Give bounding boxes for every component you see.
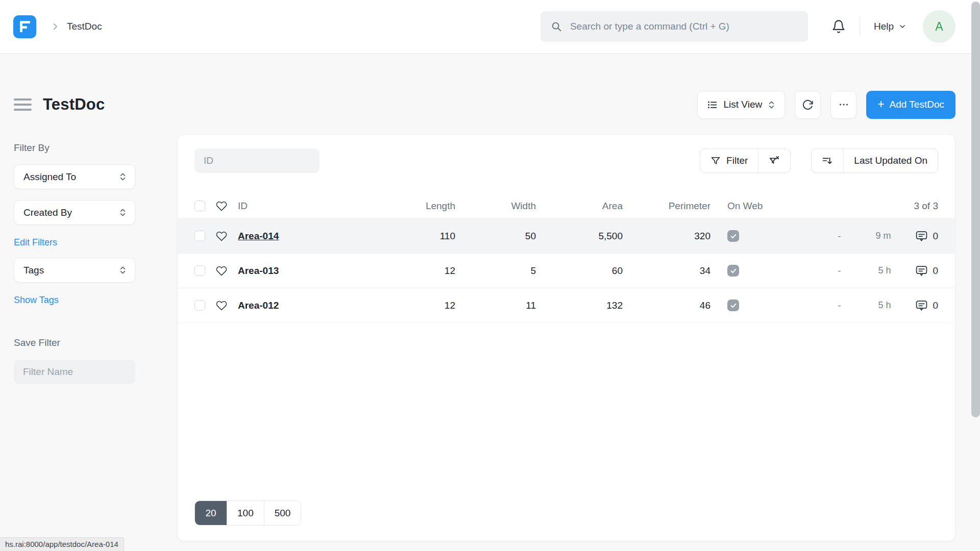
sidebar-toggle-icon[interactable] [14, 95, 32, 114]
page-size-20[interactable]: 20 [195, 501, 227, 525]
cell-on-web [710, 299, 783, 311]
column-header-on-web[interactable]: On Web [710, 201, 783, 212]
list-view-card: Filter Last Updated On [177, 134, 955, 541]
add-testdoc-button[interactable]: + Add TestDoc [866, 91, 955, 119]
cell-assignment: - [831, 231, 847, 242]
chevrons-up-down-icon [119, 208, 127, 217]
show-tags-link[interactable]: Show Tags [14, 295, 59, 306]
select-all-checkbox[interactable] [194, 201, 205, 211]
sort-field-label: Last Updated On [854, 155, 927, 166]
refresh-button[interactable] [795, 91, 821, 119]
cell-area: 60 [536, 265, 623, 277]
help-label: Help [874, 21, 894, 32]
assigned-to-label: Assigned To [23, 171, 76, 183]
cell-perimeter: 34 [623, 265, 710, 277]
comment-icon [915, 299, 928, 312]
search-input[interactable] [570, 21, 798, 32]
cell-width: 50 [455, 231, 536, 242]
app-logo[interactable] [13, 15, 36, 38]
result-count: 3 of 3 [783, 201, 938, 212]
refresh-icon [802, 99, 814, 111]
filter-name-input[interactable] [14, 360, 135, 384]
status-bar-url: hs.rai:8000/app/testdoc/Area-014 [0, 537, 124, 551]
view-switcher-label: List View [723, 99, 762, 110]
chevrons-up-down-icon [119, 266, 127, 274]
cell-perimeter: 320 [623, 231, 710, 242]
cell-assignment: - [831, 265, 847, 277]
more-actions-button[interactable] [830, 91, 856, 119]
table-row[interactable]: Area-0131256034-5 h0 [178, 254, 955, 288]
breadcrumb[interactable]: TestDoc [67, 21, 102, 32]
tags-dropdown[interactable]: Tags [14, 258, 135, 283]
table-row[interactable]: Area-012121113246-5 h0 [178, 288, 955, 323]
edit-filters-link[interactable]: Edit Filters [14, 237, 57, 248]
column-header-length[interactable]: Length [375, 201, 455, 212]
notifications-bell-icon[interactable] [831, 19, 846, 34]
filter-button-group: Filter [700, 148, 791, 173]
chevron-down-icon [898, 22, 906, 31]
filter-button-label: Filter [726, 155, 748, 166]
cell-assignment: - [831, 300, 847, 311]
column-header-area[interactable]: Area [536, 201, 623, 212]
clear-filters-button[interactable] [758, 149, 790, 172]
cell-modified: 5 h [859, 265, 891, 276]
filter-sidebar: Filter By Assigned To Created By Edit Fi… [14, 134, 177, 384]
comment-icon [915, 230, 928, 242]
table-row[interactable]: Area-014110505,500320-9 m0 [178, 219, 955, 254]
comment-count[interactable]: 0 [915, 299, 938, 312]
sort-descending-icon [822, 155, 833, 166]
global-search[interactable] [541, 11, 808, 42]
cell-on-web [710, 230, 783, 242]
row-id-link[interactable]: Area-012 [238, 300, 375, 311]
page-size-100[interactable]: 100 [227, 501, 264, 525]
plus-icon: + [877, 98, 884, 110]
cell-modified: 9 m [859, 231, 891, 241]
user-avatar[interactable]: A [923, 10, 955, 43]
column-header-width[interactable]: Width [455, 201, 536, 212]
favorite-icon[interactable] [216, 231, 227, 242]
row-checkbox[interactable] [194, 300, 205, 311]
save-filter-heading: Save Filter [14, 337, 177, 348]
cell-width: 5 [455, 265, 536, 277]
page-size-selector: 20100500 [194, 500, 301, 525]
column-header-id[interactable]: ID [238, 201, 375, 212]
column-header-perimeter[interactable]: Perimeter [623, 201, 710, 212]
vertical-scrollbar[interactable] [971, 2, 980, 417]
assigned-to-dropdown[interactable]: Assigned To [14, 164, 135, 189]
sort-button-group: Last Updated On [811, 148, 938, 173]
row-id-link[interactable]: Area-014 [238, 231, 375, 242]
page-size-500[interactable]: 500 [264, 501, 301, 525]
created-by-dropdown[interactable]: Created By [14, 200, 135, 225]
chevrons-up-down-icon [768, 101, 775, 109]
filter-button[interactable]: Filter [700, 149, 758, 172]
add-button-label: Add TestDoc [890, 99, 944, 110]
row-id-link[interactable]: Area-013 [238, 265, 375, 277]
sort-direction-button[interactable] [812, 149, 843, 172]
cell-width: 11 [455, 300, 536, 311]
favorite-icon[interactable] [216, 300, 227, 311]
page-title: TestDoc [43, 95, 105, 114]
row-checkbox[interactable] [194, 265, 205, 276]
comment-count[interactable]: 0 [915, 230, 938, 242]
cell-perimeter: 46 [623, 300, 710, 311]
filter-by-heading: Filter By [14, 142, 177, 154]
row-checkbox[interactable] [194, 231, 205, 241]
help-menu[interactable]: Help [874, 21, 906, 32]
breadcrumb-chevron-icon [51, 22, 60, 31]
view-switcher-button[interactable]: List View [697, 91, 785, 119]
navbar-divider [860, 16, 860, 37]
tags-label: Tags [23, 265, 44, 276]
table-rows: Area-014110505,500320-9 m0Area-013125603… [178, 219, 955, 323]
ellipsis-icon [838, 99, 849, 110]
cell-modified: 5 h [859, 300, 891, 311]
table-header: ID Length Width Area Perimeter On Web 3 … [178, 193, 955, 219]
filter-x-icon [769, 155, 780, 166]
checked-toggle-icon [727, 299, 739, 311]
cell-length: 12 [375, 265, 455, 277]
favorite-header-icon[interactable] [216, 201, 227, 212]
cell-area: 5,500 [536, 231, 623, 242]
favorite-icon[interactable] [216, 265, 227, 277]
sort-field-button[interactable]: Last Updated On [843, 149, 938, 172]
comment-count[interactable]: 0 [915, 264, 938, 277]
id-filter-input[interactable] [194, 148, 320, 173]
